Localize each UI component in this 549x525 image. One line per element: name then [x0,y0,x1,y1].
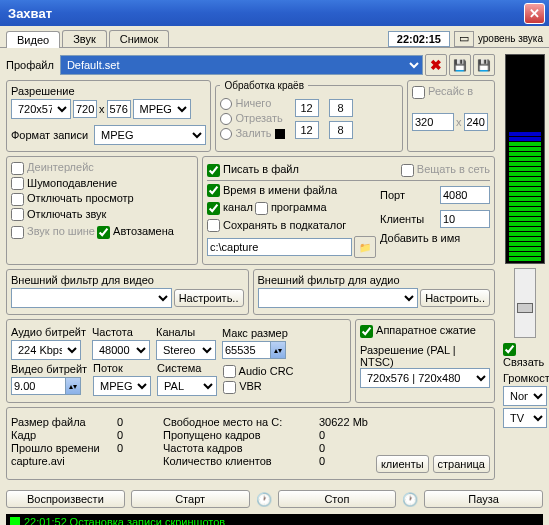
disablesound-label: Отключать звук [27,208,106,220]
window-title: Захват [4,6,524,21]
maxsize-spinner[interactable]: ▴▾ [270,341,286,359]
volume-source-select[interactable]: TV [503,408,547,428]
profile-select[interactable]: Default.set [60,55,423,75]
resize-height-input[interactable] [464,113,488,131]
broadcast-label: Вещать в сеть [417,163,490,175]
hw-group: Аппаратное сжатие Разрешение (PAL | NTSC… [355,319,495,403]
clients-input[interactable] [440,210,490,228]
channels-select[interactable]: Stereo [156,340,216,360]
system-label: Система [157,362,217,374]
audio-filter-group: Внешний фильтр для аудио Настроить.. [253,269,496,315]
channel-checkbox[interactable] [207,202,220,215]
edges-fill-radio[interactable] [220,128,232,140]
gain-slider[interactable] [514,268,536,338]
freq-select[interactable]: 48000 [92,340,150,360]
system-select[interactable]: PAL [157,376,217,396]
bind-checkbox[interactable] [503,343,516,356]
writefile-checkbox[interactable] [207,164,220,177]
hw-label: Аппаратное сжатие [376,324,476,336]
status-time: 22:01:52 [24,516,67,525]
tab-sound[interactable]: Звук [62,30,107,47]
video-filter-configure-button[interactable]: Настроить.. [174,289,244,307]
channels-label: Каналы [156,326,216,338]
resolution-codec-select[interactable]: MPEG2 [133,99,191,119]
resize-group: Ресайс в x [407,80,495,152]
program-checkbox[interactable] [255,202,268,215]
resolution-preset-select[interactable]: 720x576 [11,99,71,119]
video-filter-select[interactable] [11,288,172,308]
play-button[interactable]: Воспроизвести [6,490,125,508]
subfolder-checkbox[interactable] [207,219,220,232]
stats-group: Размер файла0 Свободное место на C:30622… [6,407,495,480]
edge-top-input[interactable] [295,99,319,117]
hwres-label: Разрешение (PAL | NTSC) [360,344,490,368]
clientcount-value: 0 [319,455,325,467]
edges-cut-radio[interactable] [220,113,232,125]
timein-checkbox[interactable] [207,184,220,197]
level-toggle-button[interactable]: ▭ [454,31,474,47]
audio-filter-configure-button[interactable]: Настроить.. [420,289,490,307]
stream-select[interactable]: MPEG2 [93,376,151,396]
record-format-select[interactable]: MPEG [94,125,206,145]
hwres-select[interactable]: 720x576 | 720x480 [360,368,490,388]
capture-path-input[interactable] [207,238,352,256]
freespace-value: 30622 Mb [319,416,389,428]
stop-button[interactable]: Стоп [278,490,397,508]
page-button[interactable]: страница [433,455,490,473]
addname-label: Добавить в имя [380,232,490,244]
hw-checkbox[interactable] [360,325,373,338]
audio-filter-select[interactable] [258,288,419,308]
dropped-label: Пропущено кадров [163,429,313,441]
noise-checkbox[interactable] [11,177,24,190]
channel-label: канал [223,201,253,213]
clock-display: 22:02:15 [388,31,450,47]
vu-meter [505,54,545,264]
profile-save-button[interactable]: 💾 [449,54,471,76]
deinterlace-checkbox[interactable] [11,162,24,175]
broadcast-checkbox[interactable] [401,164,414,177]
autoreplace-checkbox[interactable] [97,226,110,239]
profile-delete-button[interactable]: ✖ [425,54,447,76]
fps-value: 0 [319,442,389,454]
edge-left-input[interactable] [329,121,353,139]
vbr-checkbox[interactable] [223,381,236,394]
resolution-label: Разрешение [11,85,206,97]
volume-device-select[interactable]: None [503,386,547,406]
resolution-height-input[interactable] [107,100,131,118]
browse-folder-button[interactable] [354,236,376,258]
vbitrate-input[interactable] [11,377,65,395]
clock-icon: 🕐 [402,492,418,507]
resize-checkbox[interactable] [412,86,425,99]
resize-width-input[interactable] [412,113,454,131]
frame-value: 0 [117,429,157,441]
disableview-label: Отключать просмотр [27,192,134,204]
tab-video[interactable]: Видео [6,31,60,48]
disableview-checkbox[interactable] [11,193,24,206]
status-dot-icon [10,517,20,525]
edges-legend: Обработка краёв [220,80,308,91]
audiocrc-checkbox[interactable] [223,365,236,378]
vbitrate-spinner[interactable]: ▴▾ [65,377,81,395]
subfolder-label: Сохранять в подкаталог [223,219,346,231]
disablesound-checkbox[interactable] [11,208,24,221]
edges-none-radio[interactable] [220,98,232,110]
port-input[interactable] [440,186,490,204]
edge-right-input[interactable] [329,99,353,117]
resolution-width-input[interactable] [73,100,97,118]
vbr-label: VBR [239,380,262,392]
close-button[interactable]: ✕ [524,3,545,24]
profile-saveas-button[interactable]: 💾 [473,54,495,76]
maxsize-input[interactable] [222,341,270,359]
fill-color-swatch[interactable] [275,129,285,139]
tab-snapshot[interactable]: Снимок [109,30,170,47]
clientcount-label: Количество клиентов [163,455,313,467]
busaudio-checkbox[interactable] [11,226,24,239]
pause-button[interactable]: Пауза [424,490,543,508]
start-button[interactable]: Старт [131,490,250,508]
edge-bottom-input[interactable] [295,121,319,139]
abitrate-select[interactable]: 224 Kbps [11,340,81,360]
status-message: Остановка записи скриншотов [70,516,226,525]
output-group: Писать в файл Вещать в сеть Время в имен… [202,156,495,265]
clients-button[interactable]: клиенты [376,455,429,473]
timein-label: Время в имени файла [223,184,337,196]
